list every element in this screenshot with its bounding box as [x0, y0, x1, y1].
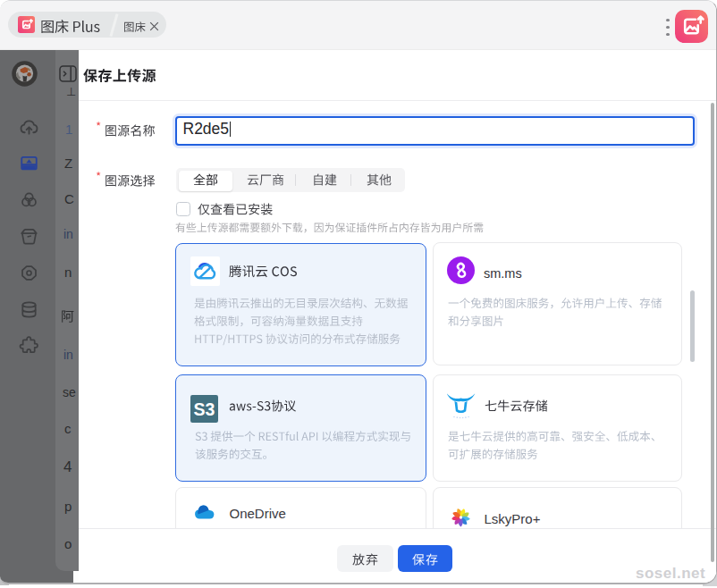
- svg-text:S3: S3: [194, 399, 215, 419]
